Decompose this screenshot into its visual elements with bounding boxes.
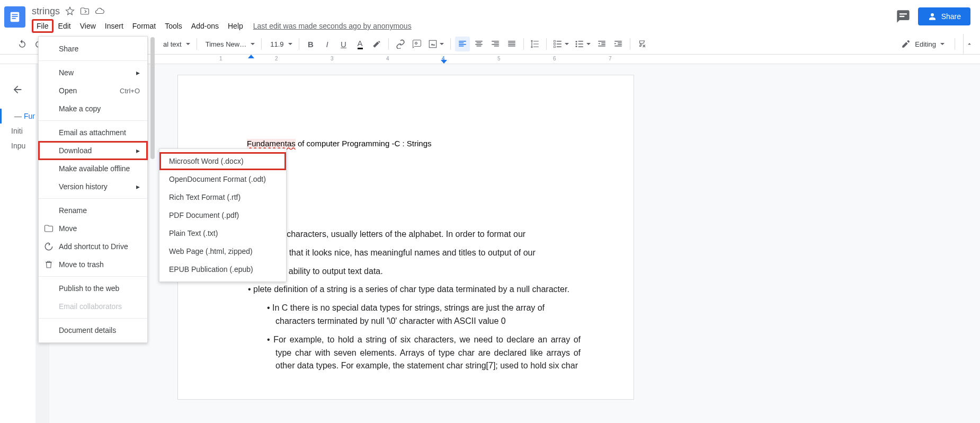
bulleted-list-button[interactable] (573, 39, 593, 49)
share-button[interactable]: Share (918, 7, 970, 25)
doc-header-text[interactable]: Fundamentas of computer Programming -C :… (247, 139, 581, 148)
menu-insert[interactable]: Insert (101, 20, 128, 32)
highlight-button[interactable] (369, 37, 384, 51)
add-comment-button[interactable] (409, 37, 424, 51)
insert-link-button[interactable] (393, 37, 408, 51)
svg-rect-2 (12, 16, 18, 17)
menu-help[interactable]: Help (224, 20, 247, 32)
menu-view[interactable]: View (76, 20, 100, 32)
svg-rect-8 (554, 43, 555, 45)
outline-item[interactable]: Initi (0, 124, 35, 138)
indent-marker-left[interactable] (248, 55, 254, 58)
editing-mode-dropdown[interactable]: Editing (899, 39, 947, 49)
file-download[interactable]: Download▸ (39, 142, 147, 160)
download-txt[interactable]: Plain Text (.txt) (159, 224, 286, 242)
menu-bar: File Edit View Insert Format Tools Add-o… (32, 19, 976, 33)
align-justify-button[interactable] (504, 37, 519, 51)
font-dropdown[interactable]: Times New… (201, 40, 257, 48)
svg-rect-6 (429, 40, 436, 48)
bold-button[interactable]: B (304, 37, 318, 51)
menu-file[interactable]: File (32, 19, 54, 33)
underline-button[interactable]: U (336, 37, 351, 51)
move-folder-icon[interactable] (80, 6, 90, 16)
paragraph-style-dropdown[interactable]: al text (159, 40, 192, 48)
download-html[interactable]: Web Page (.html, zipped) (159, 242, 286, 260)
download-rtf[interactable]: Rich Text Format (.rtf) (159, 188, 286, 206)
star-icon[interactable] (65, 6, 75, 16)
svg-rect-4 (899, 13, 907, 14)
file-menu-scrollbar[interactable] (150, 37, 155, 159)
svg-rect-7 (554, 40, 555, 42)
align-left-button[interactable] (455, 37, 470, 51)
file-make-copy[interactable]: Make a copy (39, 100, 147, 118)
insert-image-button[interactable] (426, 39, 446, 49)
title-bar: strings File Edit View Insert Format Too… (0, 0, 980, 34)
svg-point-11 (575, 43, 577, 45)
last-edit-link[interactable]: Last edit was made seconds ago by anonym… (253, 22, 412, 30)
increase-indent-button[interactable] (611, 37, 626, 51)
outline-item[interactable]: Inpu (0, 138, 35, 153)
section-title[interactable]: GS (247, 169, 581, 186)
hide-menus-chevron-icon[interactable] (963, 34, 975, 55)
outline-collapse-button[interactable] (8, 80, 27, 99)
docs-logo[interactable] (4, 6, 25, 28)
undo-button[interactable] (15, 37, 30, 51)
menu-tools[interactable]: Tools (161, 20, 186, 32)
outline-pane: — Fun Initi Inpu (0, 64, 35, 423)
question-line[interactable]: STRING? (247, 204, 581, 214)
align-center-button[interactable] (471, 37, 486, 51)
file-version-history[interactable]: Version history▸ (39, 178, 147, 196)
line-spacing-button[interactable] (528, 39, 542, 49)
download-submenu: Microsoft Word (.docx) OpenDocument Form… (159, 148, 287, 282)
share-label: Share (941, 12, 961, 21)
file-move[interactable]: Move (39, 219, 147, 237)
comments-icon[interactable] (896, 9, 911, 24)
clear-formatting-button[interactable] (635, 37, 649, 51)
svg-rect-1 (12, 14, 18, 15)
file-add-shortcut[interactable]: Add shortcut to Drive (39, 237, 147, 255)
download-docx[interactable]: Microsoft Word (.docx) (159, 152, 286, 170)
outline-item[interactable]: — Fun (0, 109, 35, 124)
file-open[interactable]: OpenCtrl+O (39, 82, 147, 100)
menu-addons[interactable]: Add-ons (187, 20, 223, 32)
doc-title[interactable]: strings (32, 6, 60, 17)
text-color-button[interactable]: A (353, 37, 368, 51)
indent-marker-right[interactable] (441, 60, 447, 64)
download-odt[interactable]: OpenDocument Format (.odt) (159, 170, 286, 188)
svg-point-10 (575, 41, 577, 42)
file-rename[interactable]: Rename (39, 201, 147, 219)
svg-rect-5 (899, 16, 904, 17)
file-new[interactable]: New▸ (39, 64, 147, 82)
download-pdf[interactable]: PDF Document (.pdf) (159, 206, 286, 224)
file-email-collaborators: Email collaborators (39, 297, 147, 315)
file-email-attachment[interactable]: Email as attachment (39, 124, 147, 142)
italic-button[interactable]: I (320, 37, 335, 51)
decrease-indent-button[interactable] (594, 37, 609, 51)
menu-format[interactable]: Format (128, 20, 160, 32)
svg-rect-9 (554, 46, 555, 48)
file-share[interactable]: Share (39, 40, 147, 58)
menu-edit[interactable]: Edit (54, 20, 75, 32)
file-menu: Share New▸ OpenCtrl+O Make a copy Email … (38, 36, 148, 343)
file-move-trash[interactable]: Move to trash (39, 255, 147, 274)
download-epub[interactable]: EPUB Publication (.epub) (159, 260, 286, 278)
svg-point-12 (575, 46, 577, 47)
file-document-details[interactable]: Document details (39, 321, 147, 339)
checklist-button[interactable] (551, 39, 571, 49)
cloud-status-icon[interactable] (95, 6, 104, 16)
file-make-offline[interactable]: Make available offline (39, 160, 147, 178)
spelling-error[interactable]: Fundamentas (247, 139, 296, 148)
font-size-field[interactable]: 11.9 (266, 40, 294, 48)
svg-rect-3 (12, 18, 16, 19)
bullet-list[interactable]: group of characters, usually letters of … (247, 228, 581, 373)
align-right-button[interactable] (488, 37, 503, 51)
file-publish-web[interactable]: Publish to the web (39, 279, 147, 297)
